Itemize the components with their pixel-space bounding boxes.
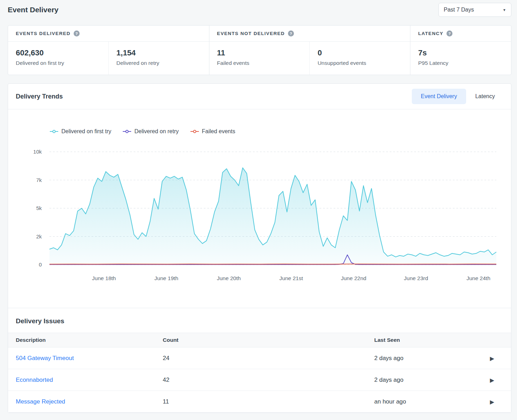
stats-group-body: 7s P95 Latency	[410, 42, 511, 75]
stat-value: 7s	[418, 48, 503, 57]
issues-title-wrap: Delivery Issues	[8, 308, 511, 333]
stats-group-body: 602,630 Delivered on first try 1,154 Del…	[8, 42, 209, 75]
stats-group-title: EVENTS DELIVERED	[16, 31, 70, 36]
table-row[interactable]: Message Rejected 11 an hour ago ▶	[8, 391, 511, 413]
tab-event-delivery[interactable]: Event Delivery	[412, 89, 466, 104]
issues-table-header: Description Count Last Seen	[8, 333, 511, 347]
page-title: Event Delivery	[8, 6, 59, 14]
stats-group-header: LATENCY ?	[410, 26, 511, 42]
svg-text:June 22nd: June 22nd	[341, 275, 366, 281]
issues-title: Delivery Issues	[16, 317, 503, 325]
issue-last-seen: 2 days ago	[374, 377, 503, 384]
stats-group-events-delivered: EVENTS DELIVERED ? 602,630 Delivered on …	[8, 26, 209, 75]
stat-label: Unsupported events	[317, 60, 402, 66]
issue-count: 11	[163, 398, 374, 405]
issue-description-link[interactable]: Econnaborted	[16, 377, 163, 384]
svg-text:June 18th: June 18th	[92, 275, 116, 281]
svg-text:June 21st: June 21st	[280, 275, 303, 281]
delivery-trends-chart: Delivered on first tryDelivered on retry…	[8, 109, 511, 308]
chevron-down-icon: ▼	[503, 8, 506, 12]
stats-group-latency: LATENCY ? 7s P95 Latency	[410, 26, 511, 75]
issue-description-link[interactable]: Message Rejected	[16, 398, 163, 405]
page-header: Event Delivery Past 7 Days ▼	[8, 3, 511, 17]
stats-group-body: 11 Failed events 0 Unsupported events	[209, 42, 410, 75]
event-delivery-page: Event Delivery Past 7 Days ▼ EVENTS DELI…	[0, 0, 517, 413]
svg-text:10k: 10k	[33, 149, 42, 155]
stat-value: 602,630	[16, 48, 101, 57]
stat-p95-latency: 7s P95 Latency	[410, 42, 511, 75]
stat-label: Delivered on first try	[16, 60, 101, 66]
issue-count: 42	[163, 377, 374, 384]
chart-canvas: 02k5k7k10kJune 18thJune 19thJune 20thJun…	[8, 109, 511, 308]
trends-header: Delivery Trends Event Delivery Latency	[8, 84, 511, 109]
help-icon[interactable]: ?	[288, 31, 294, 36]
help-icon[interactable]: ?	[446, 31, 452, 36]
svg-text:June 19th: June 19th	[154, 275, 178, 281]
stats-group-title: EVENTS NOT DELIVERED	[217, 31, 285, 36]
stats-group-events-not-delivered: EVENTS NOT DELIVERED ? 11 Failed events …	[209, 26, 411, 75]
chevron-right-icon[interactable]: ▶	[490, 355, 494, 361]
issue-last-seen: an hour ago	[374, 398, 503, 405]
stat-value: 11	[217, 48, 302, 57]
col-description: Description	[16, 337, 163, 343]
stat-label: Failed events	[217, 60, 302, 66]
stat-unsupported-events: 0 Unsupported events	[310, 42, 410, 75]
table-row[interactable]: Econnaborted 42 2 days ago ▶	[8, 369, 511, 391]
stat-delivered-first-try: 602,630 Delivered on first try	[8, 42, 109, 75]
trends-title: Delivery Trends	[16, 93, 63, 100]
time-range-dropdown[interactable]: Past 7 Days ▼	[438, 3, 511, 17]
issue-description-link[interactable]: 504 Gateway Timeout	[16, 355, 163, 362]
chevron-right-icon[interactable]: ▶	[490, 377, 494, 383]
svg-text:June 20th: June 20th	[217, 275, 241, 281]
svg-text:5k: 5k	[36, 205, 42, 211]
delivery-issues-section: Delivery Issues Description Count Last S…	[8, 308, 511, 413]
tab-latency[interactable]: Latency	[466, 89, 504, 104]
col-last-seen: Last Seen	[374, 337, 503, 343]
svg-text:0: 0	[39, 262, 42, 267]
svg-text:7k: 7k	[36, 177, 42, 183]
stat-label: P95 Latency	[418, 60, 503, 66]
stats-group-header: EVENTS DELIVERED ?	[8, 26, 209, 42]
svg-text:June 23rd: June 23rd	[404, 275, 428, 281]
issue-last-seen: 2 days ago	[374, 355, 503, 362]
stats-summary-card: EVENTS DELIVERED ? 602,630 Delivered on …	[8, 25, 511, 75]
table-row[interactable]: 504 Gateway Timeout 24 2 days ago ▶	[8, 347, 511, 369]
stat-label: Delivered on retry	[116, 60, 201, 66]
stats-group-header: EVENTS NOT DELIVERED ?	[209, 26, 410, 42]
stat-value: 0	[317, 48, 402, 57]
time-range-value: Past 7 Days	[444, 7, 474, 13]
col-count: Count	[163, 337, 374, 343]
stat-delivered-on-retry: 1,154 Delivered on retry	[109, 42, 209, 75]
stat-failed-events: 11 Failed events	[209, 42, 310, 75]
trends-tabs: Event Delivery Latency	[412, 89, 504, 104]
stats-group-title: LATENCY	[418, 31, 443, 36]
stat-value: 1,154	[116, 48, 201, 57]
svg-text:2k: 2k	[36, 233, 42, 239]
delivery-trends-card: Delivery Trends Event Delivery Latency D…	[8, 83, 511, 413]
help-icon[interactable]: ?	[74, 31, 80, 36]
issue-count: 24	[163, 355, 374, 362]
chevron-right-icon[interactable]: ▶	[490, 398, 494, 405]
svg-text:June 24th: June 24th	[466, 275, 490, 281]
